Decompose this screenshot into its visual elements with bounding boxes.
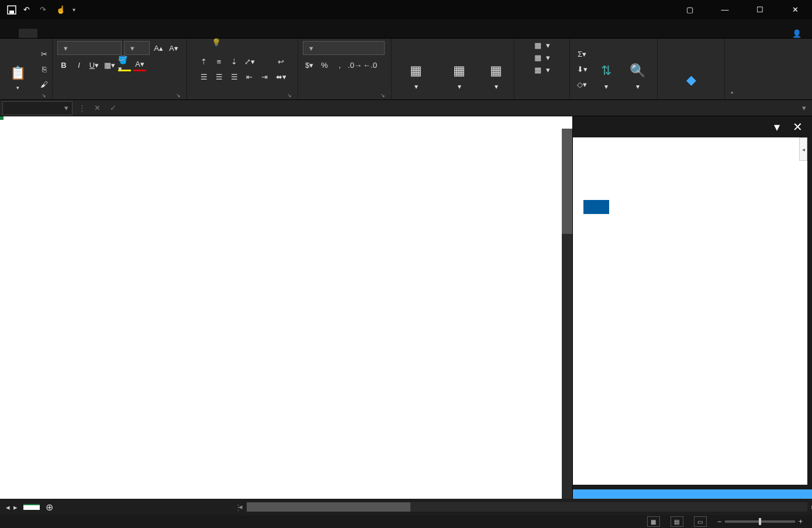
align-middle-button[interactable]: ≡ <box>213 55 226 68</box>
format-cells-button[interactable]: ▦ ▾ <box>534 65 550 74</box>
next-sheet-button[interactable]: ▸ <box>13 503 18 512</box>
align-right-button[interactable]: ☰ <box>228 70 241 83</box>
redo-icon[interactable]: ↷ <box>40 5 49 15</box>
page-layout-view-button[interactable]: ▤ <box>671 516 683 527</box>
normal-view-button[interactable]: ▦ <box>647 516 660 527</box>
align-bottom-button[interactable]: ⇣ <box>228 55 241 68</box>
hscroll-thumb[interactable] <box>247 502 410 512</box>
zoom-slider[interactable] <box>725 520 795 523</box>
increase-indent-button[interactable]: ⇥ <box>258 70 271 83</box>
group-alignment: ⇡ ≡ ⇣ ⤢▾ ☰ ☰ ☰ ⇤ ⇥ ↩ ⬌▾ <box>187 39 298 99</box>
zoom-in-button[interactable]: + <box>799 517 803 526</box>
tab-page-layout[interactable] <box>75 29 94 38</box>
fill-color-button[interactable]: 🪣▾ <box>118 58 131 71</box>
tab-review[interactable] <box>131 29 150 38</box>
show-taskpane-button[interactable]: ◆ <box>671 47 711 91</box>
align-left-button[interactable]: ☰ <box>198 70 210 83</box>
autosum-button[interactable]: Σ▾ <box>576 47 589 60</box>
horizontal-scrollbar[interactable]: ◂ ▸ <box>247 502 807 512</box>
merge-button[interactable]: ⬌▾ <box>275 70 288 83</box>
scroll-left-button[interactable]: ◂ <box>239 502 243 511</box>
pane-close-button[interactable]: ✕ <box>789 120 806 133</box>
qat-customize-icon[interactable]: ▾ <box>72 6 75 13</box>
align-center-button[interactable]: ☰ <box>213 70 226 83</box>
close-button[interactable]: ✕ <box>782 0 808 19</box>
increase-font-button[interactable]: A▴ <box>152 42 165 54</box>
pane-pull-tab[interactable]: ◂ <box>799 137 807 161</box>
group-font: A▴ A▾ B I U▾ ▦▾ 🪣▾ A▾ <box>53 39 187 99</box>
cut-button[interactable]: ✂ <box>38 47 51 60</box>
enter-formula-button[interactable]: ✓ <box>105 103 121 112</box>
selection-handle[interactable] <box>0 116 4 120</box>
worksheet[interactable] <box>0 116 572 499</box>
cell-styles-button[interactable]: ▦▾ <box>482 47 511 91</box>
touch-mode-icon[interactable]: ☝ <box>56 5 65 15</box>
save-icon[interactable] <box>7 5 16 15</box>
font-color-button[interactable]: A▾ <box>133 58 146 71</box>
tab-addins[interactable] <box>168 29 187 38</box>
collapse-ribbon-button[interactable]: ˄ <box>725 39 739 99</box>
maximize-button[interactable]: ☐ <box>747 0 773 19</box>
pane-menu-button[interactable]: ▾ <box>768 120 786 133</box>
tab-formulas[interactable] <box>94 29 112 38</box>
find-select-button[interactable]: 🔍▾ <box>624 47 652 91</box>
clear-button[interactable]: ◇▾ <box>576 78 589 91</box>
cancel-formula-button[interactable]: ✕ <box>89 103 105 112</box>
percent-button[interactable]: % <box>318 58 331 71</box>
decrease-font-button[interactable]: A▾ <box>167 42 180 54</box>
tab-file[interactable] <box>0 29 19 38</box>
accounting-button[interactable]: $▾ <box>303 58 316 71</box>
font-size-select[interactable] <box>124 41 150 55</box>
tab-draw[interactable] <box>56 29 75 38</box>
ribbon-display-icon[interactable]: ▢ <box>676 0 703 19</box>
insert-cells-button[interactable]: ▦ ▾ <box>534 41 550 50</box>
tab-data[interactable] <box>112 29 131 38</box>
minimize-button[interactable]: — <box>711 0 738 19</box>
align-top-button[interactable]: ⇡ <box>198 55 210 68</box>
bold-button[interactable]: B <box>57 58 70 71</box>
paste-icon: 📋 <box>9 64 27 82</box>
tab-view[interactable] <box>150 29 168 38</box>
decrease-decimal-button[interactable]: ←.0 <box>364 58 376 71</box>
find-icon: 🔍 <box>628 61 647 80</box>
vertical-scrollbar[interactable] <box>562 129 572 499</box>
namebox-divider-icon[interactable]: ⋮ <box>75 103 89 112</box>
fill-button[interactable]: ⬇▾ <box>576 63 589 75</box>
underline-button[interactable]: U▾ <box>88 58 101 71</box>
font-name-select[interactable] <box>57 41 122 55</box>
copy-button[interactable]: ⎘ <box>38 63 51 75</box>
page-break-view-button[interactable]: ▭ <box>694 516 707 527</box>
tab-team[interactable] <box>187 29 206 38</box>
orientation-button[interactable]: ⤢▾ <box>243 55 256 68</box>
delete-cells-button[interactable]: ▦ ▾ <box>534 53 550 62</box>
vscroll-thumb[interactable] <box>562 129 572 234</box>
sheet-tab[interactable] <box>23 504 40 510</box>
zoom-out-button[interactable]: − <box>717 517 721 526</box>
ribbon: 📋 ▾ ✂ ⎘ 🖌 A▴ A▾ B I U▾ ▦▾ <box>0 39 812 100</box>
group-commands: ◆ <box>658 39 725 99</box>
tab-home[interactable] <box>19 29 37 38</box>
borders-button[interactable]: ▦▾ <box>103 58 116 71</box>
sort-filter-button[interactable]: ⇅▾ <box>592 47 620 91</box>
taskpane-icon: ◆ <box>682 71 700 89</box>
format-as-table-button[interactable]: ▦▾ <box>441 47 478 91</box>
italic-button[interactable]: I <box>72 58 85 71</box>
highlight-button[interactable] <box>583 200 609 214</box>
paste-button[interactable]: 📋 ▾ <box>2 47 34 91</box>
decrease-indent-button[interactable]: ⇤ <box>243 70 256 83</box>
increase-decimal-button[interactable]: .0→ <box>348 58 361 71</box>
tab-insert[interactable] <box>37 29 56 38</box>
new-sheet-button[interactable]: ⊕ <box>40 502 59 513</box>
share-button[interactable]: 👤 <box>782 29 812 38</box>
undo-icon[interactable]: ↶ <box>23 5 33 15</box>
status-bar: ▦ ▤ ▭ − + <box>0 515 812 528</box>
number-format-select[interactable] <box>303 41 385 55</box>
wrap-text-button[interactable]: ↩ <box>275 55 288 68</box>
prev-sheet-button[interactable]: ◂ <box>6 503 10 512</box>
name-box[interactable] <box>2 101 72 115</box>
conditional-formatting-button[interactable]: ▦▾ <box>395 47 437 91</box>
expand-formula-bar-button[interactable]: ▾ <box>796 103 812 112</box>
group-cells: ▦ ▾ ▦ ▾ ▦ ▾ <box>514 39 570 99</box>
comma-button[interactable]: , <box>333 58 346 71</box>
format-painter-button[interactable]: 🖌 <box>38 78 51 91</box>
